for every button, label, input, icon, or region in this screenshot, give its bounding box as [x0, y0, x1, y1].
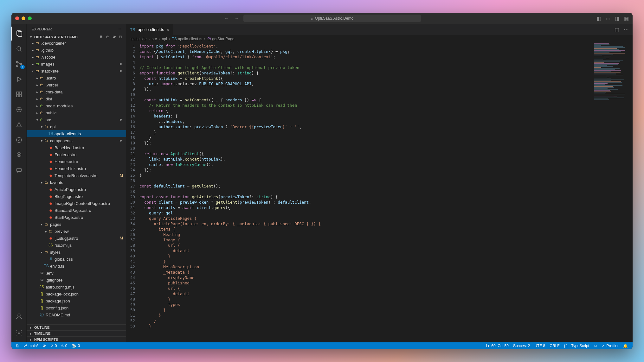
tree-item[interactable]: ▾🗀layouts — [27, 179, 126, 186]
tree-item[interactable]: ◆ImageRightContentPage.astro — [27, 200, 126, 207]
copilot-ext-icon[interactable] — [11, 103, 27, 117]
breadcrumb-item[interactable]: ⦿ getStartPage — [207, 37, 234, 41]
tab-more-icon[interactable]: ⋯ — [624, 27, 629, 33]
toggle-primary-sidebar-icon[interactable]: ◧ — [596, 16, 601, 22]
tree-item[interactable]: ▸🗀.vercel — [27, 81, 126, 88]
tree-item[interactable]: ▸🗀public — [27, 109, 126, 116]
tree-item[interactable]: ▾🗀api — [27, 123, 126, 130]
tree-item[interactable]: ▸🗀preview — [27, 228, 126, 235]
tree-item[interactable]: ⚙.env — [27, 270, 126, 276]
copilot-status-icon[interactable]: ☺ — [591, 344, 600, 348]
breadcrumb-item[interactable]: src — [152, 37, 157, 41]
explorer-icon[interactable] — [11, 27, 27, 41]
tree-item[interactable]: JSastro.config.mjs — [27, 283, 126, 290]
tab-close-icon[interactable]: × — [167, 27, 169, 32]
breadcrumb-item[interactable]: api — [162, 37, 167, 41]
tab-apollo-client[interactable]: TS apollo-client.ts × — [126, 24, 173, 35]
tree-item[interactable]: #global.css — [27, 256, 126, 263]
tree-item[interactable]: ◆StandardPage.astro — [27, 207, 126, 214]
run-debug-icon[interactable] — [11, 72, 27, 86]
project-header[interactable]: ▾ OPTI.SAAS.ASTRO.DEMO 🗎 🗀 ⟳ ⊟ — [27, 34, 126, 40]
customize-layout-icon[interactable]: ▦ — [624, 16, 629, 22]
tree-item[interactable]: ◆TemplateResolver.astroM — [27, 172, 126, 179]
ports[interactable]: 📡0 — [69, 344, 82, 348]
tree-item[interactable]: {}package-lock.json — [27, 290, 126, 297]
tree-item[interactable]: ▸🗀dist — [27, 95, 126, 102]
refresh-icon[interactable]: ⟳ — [113, 35, 116, 39]
nav-forward-icon[interactable]: → — [233, 16, 240, 21]
tree-item[interactable]: ▾🗀static-site — [27, 67, 126, 74]
tree-item[interactable]: {}tsconfig.json — [27, 304, 126, 311]
remote-indicator[interactable]: ⎘ — [14, 344, 21, 348]
tree-item[interactable]: {}package.json — [27, 297, 126, 304]
split-editor-icon[interactable]: ◫ — [615, 27, 619, 33]
chat-icon[interactable] — [11, 163, 27, 177]
tree-item[interactable]: ▸🗀.astro — [27, 74, 126, 81]
tree-item[interactable]: ▸🗀.vscode — [27, 54, 126, 60]
sync-icon[interactable]: ⟳ — [41, 344, 48, 348]
tree-item[interactable]: ▸🗀node_modules — [27, 102, 126, 109]
tree-item[interactable]: ▸🗀.devcontainer — [27, 40, 126, 47]
toggle-secondary-sidebar-icon[interactable]: ◨ — [615, 16, 620, 22]
breadcrumb-item[interactable]: static-site — [131, 37, 147, 41]
tree-item[interactable]: TSenv.d.ts — [27, 263, 126, 270]
minimap[interactable] — [594, 43, 629, 106]
check-icon: ✓ — [602, 344, 605, 348]
close-window[interactable] — [15, 16, 19, 20]
tree-item[interactable]: ◆BaseHead.astro — [27, 144, 126, 151]
git-branch[interactable]: ⎇main* — [21, 344, 41, 348]
tree-item[interactable]: ▸🗀images — [27, 60, 126, 67]
tree-item[interactable]: ▾🗀components — [27, 137, 126, 144]
tree-item[interactable]: ▸🗀cms-data — [27, 88, 126, 95]
tree-item[interactable]: ◆[...slug].astroM — [27, 235, 126, 242]
code-editor[interactable]: 1234567891011121314151617181920212223242… — [126, 43, 633, 342]
npm-scripts-section[interactable]: ▸NPM SCRIPTS — [27, 336, 126, 342]
settings-gear-icon[interactable] — [11, 326, 27, 340]
breadcrumb-item[interactable]: TS apollo-client.ts — [172, 37, 202, 41]
tree-item[interactable]: JSrss.xml.js — [27, 242, 126, 249]
extensions-icon[interactable] — [11, 87, 27, 101]
tree-item[interactable]: ◆Footer.astro — [27, 151, 126, 158]
prettier-status[interactable]: ✓Prettier — [600, 344, 621, 348]
collapse-all-icon[interactable]: ⊟ — [119, 35, 122, 39]
timeline-section[interactable]: ▸TIMELINE — [27, 330, 126, 336]
breadcrumbs[interactable]: static-site›src›api›TS apollo-client.ts›… — [126, 35, 633, 43]
tree-item[interactable]: ◆HeaderLink.astro — [27, 165, 126, 172]
maximize-window[interactable] — [28, 16, 32, 20]
remote-ext-icon[interactable] — [11, 148, 27, 162]
search-icon[interactable] — [11, 42, 27, 56]
notifications-icon[interactable]: 🔔 — [621, 344, 630, 348]
code-content[interactable]: import pkg from '@apollo/client';const {… — [139, 43, 633, 342]
source-control-icon[interactable]: 7 — [11, 57, 27, 71]
command-center[interactable]: ⌕ Opti.SaaS.Astro.Demo — [243, 15, 421, 22]
tree-item[interactable]: TSapollo-client.ts — [27, 130, 126, 137]
svg-rect-1 — [18, 32, 22, 36]
new-folder-icon[interactable]: 🗀 — [106, 35, 110, 39]
encoding[interactable]: UTF-8 — [532, 344, 547, 348]
outline-section[interactable]: ▸OUTLINE — [27, 324, 126, 330]
tree-item[interactable]: ◆StartPage.astro — [27, 214, 126, 221]
explorer-more-icon[interactable]: ⋯ — [118, 27, 121, 31]
tree-item[interactable]: ▾🗀styles — [27, 249, 126, 256]
language-mode[interactable]: { } TypeScript — [562, 344, 591, 348]
problems[interactable]: ⊘0 ⚠0 — [48, 344, 70, 348]
accounts-icon[interactable] — [11, 309, 27, 323]
tree-item[interactable]: ▾🗀src — [27, 116, 126, 123]
cursor-position[interactable]: Ln 60, Col 59 — [484, 344, 511, 348]
file-tree[interactable]: ▸🗀.devcontainer▸🗀.github▸🗀.vscode▸🗀image… — [27, 40, 126, 324]
eol[interactable]: CRLF — [547, 344, 562, 348]
tree-item[interactable]: ◆BlogPage.astro — [27, 193, 126, 200]
new-file-icon[interactable]: 🗎 — [100, 35, 103, 39]
minimize-window[interactable] — [22, 16, 25, 20]
tree-item[interactable]: ⓘREADME.md — [27, 311, 126, 318]
nav-back-icon[interactable]: ← — [223, 16, 230, 21]
azure-icon[interactable] — [11, 118, 27, 132]
tree-item[interactable]: ▸🗀.github — [27, 47, 126, 54]
tree-item[interactable]: ⚙.gitignore — [27, 276, 126, 283]
tree-item[interactable]: ◆ArticlePage.astro — [27, 186, 126, 193]
tree-item[interactable]: ◆Header.astro — [27, 158, 126, 165]
indentation[interactable]: Spaces: 2 — [511, 344, 532, 348]
test-icon[interactable] — [11, 133, 27, 147]
toggle-panel-icon[interactable]: ▭ — [606, 16, 610, 22]
tree-item[interactable]: ▾🗀pages — [27, 221, 126, 228]
